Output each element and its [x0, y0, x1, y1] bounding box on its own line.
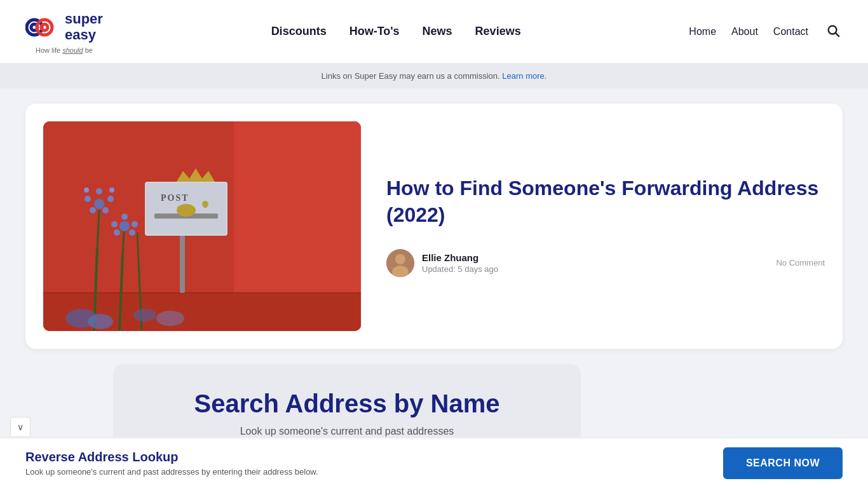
svg-point-27: [90, 207, 96, 214]
svg-point-44: [133, 309, 156, 322]
chevron-down-button[interactable]: ∨: [10, 417, 31, 437]
svg-point-34: [121, 214, 128, 220]
nav-news[interactable]: News: [423, 25, 452, 38]
svg-point-43: [88, 314, 113, 329]
search-icon: [826, 24, 840, 37]
nav-howtos[interactable]: How-To's: [349, 25, 400, 38]
bottom-bar-title: Reverse Address Lookup: [25, 450, 318, 464]
svg-point-35: [111, 221, 118, 227]
svg-point-26: [107, 196, 114, 202]
nav-discounts[interactable]: Discounts: [271, 25, 327, 38]
logo-text: super easy: [65, 11, 103, 42]
chevron-down-icon: ∨: [17, 422, 24, 432]
logo-tagline: How life should be: [36, 46, 93, 54]
svg-point-2: [37, 20, 52, 35]
commission-banner: Links on Super Easy may earn us a commis…: [0, 64, 868, 88]
svg-point-28: [102, 207, 109, 214]
article-image-svg: POST ✉: [43, 121, 361, 331]
author-info: Ellie Zhuang Updated: 5 days ago: [422, 252, 768, 274]
svg-point-31: [94, 199, 104, 209]
svg-text:POST: POST: [161, 193, 189, 203]
svg-point-39: [119, 221, 130, 231]
logo-icon: [25, 10, 61, 45]
main-nav: Discounts How-To's News Reviews: [271, 25, 521, 38]
avatar-svg: [386, 249, 414, 277]
article-card: POST ✉: [25, 104, 843, 349]
svg-line-5: [836, 33, 839, 36]
author-name: Ellie Zhuang: [422, 252, 768, 263]
no-comment: No Comment: [776, 258, 825, 268]
search-widget-subtitle: Look up someone's current and past addre…: [144, 426, 550, 437]
banner-text: Links on Super Easy may earn us a commis…: [322, 71, 503, 81]
bottom-bar: Reverse Address Lookup Look up someone's…: [0, 437, 868, 488]
author-row: Ellie Zhuang Updated: 5 days ago No Comm…: [386, 249, 825, 277]
author-updated: Updated: 5 days ago: [422, 264, 768, 274]
article-image: POST ✉: [43, 121, 361, 331]
article-content: How to Find Someone's Forwarding Address…: [386, 175, 825, 276]
nav-contact[interactable]: Contact: [773, 26, 808, 37]
logo-super: super: [65, 11, 103, 27]
search-button[interactable]: [824, 21, 843, 42]
author-avatar: [386, 249, 414, 277]
svg-point-30: [109, 187, 114, 193]
search-now-button[interactable]: SEARCH NOW: [723, 447, 843, 479]
svg-point-29: [84, 187, 89, 193]
svg-point-36: [132, 221, 138, 227]
svg-point-3: [41, 24, 48, 30]
nav-about[interactable]: About: [731, 26, 758, 37]
author-avatar-placeholder: [386, 249, 414, 277]
svg-point-47: [395, 254, 405, 264]
bottom-bar-info: Reverse Address Lookup Look up someone's…: [25, 450, 318, 477]
logo-easy: easy: [65, 27, 103, 43]
svg-point-45: [156, 311, 184, 326]
bottom-bar-subtitle: Look up someone's current and past addre…: [25, 467, 318, 477]
svg-point-38: [129, 229, 135, 236]
nav-home[interactable]: Home: [689, 26, 716, 37]
svg-point-24: [96, 188, 102, 194]
logo-area[interactable]: super easy How life should be: [25, 10, 103, 54]
svg-text:✉: ✉: [177, 203, 186, 216]
learn-more-link[interactable]: Learn more.: [502, 71, 546, 81]
svg-point-25: [85, 196, 91, 202]
search-widget-title: Search Address by Name: [144, 390, 550, 418]
svg-point-37: [114, 229, 120, 236]
article-title: How to Find Someone's Forwarding Address…: [386, 175, 825, 228]
site-header: super easy How life should be Discounts …: [0, 0, 868, 64]
right-nav: Home About Contact: [689, 21, 843, 42]
logo-mark: super easy: [25, 10, 103, 45]
nav-reviews[interactable]: Reviews: [475, 25, 521, 38]
svg-rect-16: [203, 203, 207, 208]
